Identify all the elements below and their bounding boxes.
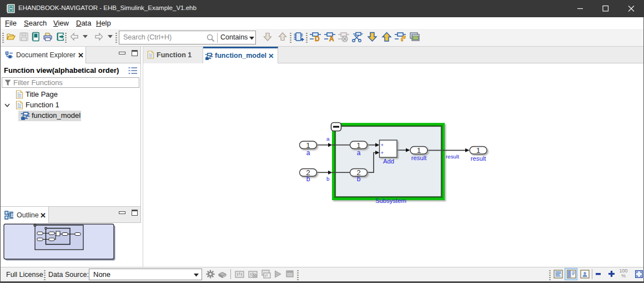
svg-text:result: result: [471, 155, 486, 162]
svg-text:b: b: [306, 175, 310, 183]
svg-text:a: a: [306, 149, 310, 157]
svg-text:A: A: [329, 35, 334, 42]
svg-text:result: result: [446, 153, 459, 160]
svg-text:b: b: [326, 176, 330, 182]
svg-text:+: +: [381, 150, 384, 156]
svg-text:1: 1: [306, 141, 310, 150]
svg-text:Subsystem: Subsystem: [375, 197, 406, 204]
svg-text:result: result: [411, 155, 427, 161]
svg-text:b: b: [357, 175, 361, 183]
svg-text:1: 1: [417, 146, 421, 155]
svg-text:Add: Add: [383, 158, 394, 165]
svg-text:D: D: [315, 35, 320, 42]
svg-text:1: 1: [356, 141, 361, 150]
svg-text:a: a: [357, 149, 361, 157]
svg-text:1: 1: [476, 146, 481, 155]
svg-text:+: +: [381, 142, 384, 148]
svg-text:a: a: [326, 136, 330, 142]
